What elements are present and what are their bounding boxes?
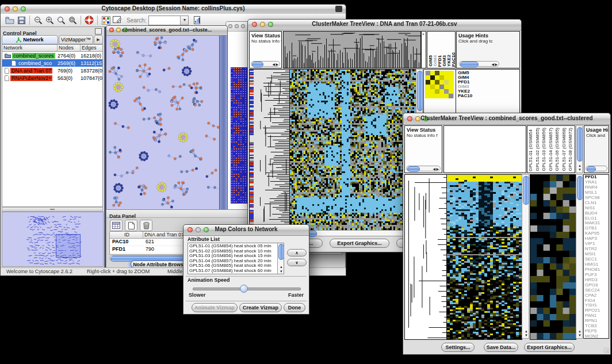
map-colors-title: Map Colors to Network <box>183 226 309 232</box>
network-name-cell: DNA and Tran 07 <box>2 68 58 74</box>
zoom-out-icon[interactable] <box>32 15 44 25</box>
network-tree-row[interactable]: combined_sco2569(6)13112(15) <box>2 59 102 67</box>
search-label: Search: <box>127 17 146 24</box>
panel-splitter[interactable] <box>2 207 103 212</box>
tab-overflow-button[interactable]: ▶ <box>94 35 103 44</box>
treeview-dna-titlebar[interactable]: ClusterMaker TreeView : DNA and Tran 07-… <box>248 20 521 30</box>
edges-cell: 107847(0) <box>81 75 102 81</box>
column-dendrogram[interactable] <box>283 31 421 68</box>
export-graphics-button[interactable]: Export Graphics... <box>330 239 389 248</box>
correlation-matrix-thumbnail <box>425 71 454 98</box>
zoom-fit-icon[interactable] <box>55 15 67 25</box>
column-label: GPL51-02 (GSM855) <box>536 128 540 171</box>
save-data-button[interactable]: Save Data... <box>484 343 518 352</box>
attribute-list-scrollbar[interactable]: ▲▼ <box>277 243 284 274</box>
move-up-button[interactable]: ∧ <box>287 249 307 256</box>
network-tree: Network Nodes Edges combined_scores2764(… <box>2 44 103 207</box>
network-view-titlebar[interactable]: combined_scores_good.txt--cluste... <box>106 26 227 36</box>
float-panel-icon[interactable] <box>95 28 102 35</box>
zoom-heatmap[interactable] <box>530 174 576 340</box>
zoom-in-icon[interactable] <box>44 15 55 25</box>
minimize-button[interactable] <box>235 24 239 28</box>
network-canvas[interactable] <box>106 36 219 211</box>
nodes-cell: 2764(0) <box>58 53 81 59</box>
close-button[interactable] <box>228 24 232 28</box>
save-session-icon[interactable] <box>16 15 27 25</box>
tab-vizmapper[interactable]: VizMapper™ <box>59 35 93 44</box>
column-label: GPL51-01 (GSM854 <box>529 129 533 171</box>
column-dendrogram-empty[interactable] <box>443 125 526 173</box>
animate-vizmap-button[interactable]: Animate Vizmap <box>192 303 238 312</box>
delete-attribute-trash-icon[interactable] <box>140 220 152 231</box>
expression-heatmap[interactable] <box>289 69 416 231</box>
export-graphics-button[interactable]: Export Graphics... <box>524 343 575 352</box>
nodes-cell: 563(0) <box>58 75 81 81</box>
heatmap-vertical-scrollbar[interactable]: ▲▼ <box>522 174 529 339</box>
dendrogram-spacer: ▸ <box>421 31 426 68</box>
usage-hints-scrollbar[interactable]: ◀▶ <box>459 61 499 67</box>
gene-labels-list: PFD1YRA1RNR4MSL1SPC98CLN1NIS1BUD4ELG1MAK… <box>583 174 609 339</box>
nodes-cell: 769(0) <box>58 68 81 74</box>
gene-list-scrollbar[interactable]: ▲▼ <box>576 174 583 339</box>
settings-button[interactable]: Settings... <box>441 343 475 352</box>
treeview-combined-title: ClusterMaker TreeView : combined_scores_… <box>403 115 610 121</box>
gene-label: MON2 <box>585 334 609 339</box>
tab-network[interactable]: Network <box>2 35 58 44</box>
status-hint-zoom: Right-click + drag to ZOOM <box>87 269 150 274</box>
resize-grip[interactable] <box>603 347 609 353</box>
network-file-icon <box>12 60 16 66</box>
map-colors-titlebar[interactable]: Map Colors to Network <box>183 225 309 236</box>
help-lifesaver-icon[interactable] <box>83 15 95 25</box>
view-status-panel: View Status No status info f ◀▶ <box>404 125 442 173</box>
matrix-row-labels: GIM5GIM4PFD1GIM3YKE2PAC10 <box>458 71 472 98</box>
network-view-window: combined_scores_good.txt--cluste... <box>106 25 228 212</box>
usage-hints-panel: Usage Hints Click and drag tc ◀▶ <box>456 31 520 68</box>
search-dropdown-arrow-icon[interactable]: ▼ <box>180 16 188 25</box>
report-icon[interactable] <box>192 15 204 25</box>
column-labels-scrollbar[interactable]: ▲▼ <box>576 125 583 173</box>
view-status-scrollbar[interactable]: ◀▶ <box>251 61 280 67</box>
row-dendrogram[interactable] <box>404 174 447 340</box>
new-attribute-icon[interactable] <box>125 220 137 231</box>
usage-hints-scrollbar[interactable] <box>586 166 607 171</box>
vizmapper-nodes-icon[interactable] <box>100 15 112 25</box>
network-tree-row[interactable]: RNAPuberNov2+563(0)107847(0) <box>2 74 102 82</box>
window-menu-icon[interactable] <box>335 6 342 12</box>
annotation-icon[interactable] <box>112 15 123 25</box>
row-dendrogram[interactable] <box>249 69 290 231</box>
zoom-button[interactable] <box>241 24 245 28</box>
treeview-dna-title: ClusterMaker TreeView : DNA and Tran 07-… <box>248 21 521 27</box>
search-combobox[interactable]: ▼ <box>148 16 189 25</box>
create-vizmap-button[interactable]: Create Vizmap <box>239 303 282 312</box>
treeview-combined-titlebar[interactable]: ClusterMaker TreeView : combined_scores_… <box>403 113 610 125</box>
column-label: GPL51-07 (GSM868) <box>562 128 567 171</box>
network-overview-navigator[interactable] <box>2 212 104 267</box>
zoom-selected-icon[interactable] <box>67 15 78 25</box>
network-file-icon <box>5 75 9 81</box>
attribute-list-item[interactable]: GPL51-07 (GSM868) heat shock 60 min <box>189 269 284 274</box>
network-name-cell: combined_sco <box>2 60 58 66</box>
network-tree-row[interactable]: combined_scores2764(0)16218(0) <box>2 52 102 59</box>
attribute-list[interactable]: GPL51-01 (GSM854) heat shock 05 minGPL51… <box>188 243 284 274</box>
faster-label: Faster <box>288 292 304 298</box>
column-label: GPL51-04 (GSM857) <box>549 128 553 171</box>
search-input[interactable] <box>149 16 180 25</box>
column-label: PAC10 <box>452 52 456 67</box>
network-tree-row[interactable]: DNA and Tran 07769(0)183728(0) <box>2 67 102 74</box>
view-status-scrollbar[interactable]: ◀▶ <box>406 166 441 171</box>
attribute-id-cell: PFD1 <box>110 246 146 253</box>
move-down-button[interactable]: ∨ <box>287 259 307 266</box>
control-panel-title: Control Panel <box>3 30 37 36</box>
dense-network-grid <box>231 67 249 204</box>
view-status-panel: View Status No status info f ◀▶ <box>249 31 282 68</box>
map-colors-dialog: Map Colors to Network Attribute List GPL… <box>183 224 309 315</box>
network-vertical-scrollbar[interactable] <box>219 36 227 211</box>
attribute-table-icon[interactable] <box>110 220 123 231</box>
open-session-icon[interactable] <box>4 15 16 25</box>
main-titlebar[interactable]: Cytoscape Desktop (Session Name: collins… <box>1 5 346 14</box>
matrix-row-label: PAC10 <box>458 94 472 98</box>
done-button[interactable]: Done <box>284 303 305 312</box>
expression-heatmap[interactable] <box>446 174 522 340</box>
slider-thumb[interactable] <box>240 285 248 293</box>
network-name-label: combined_scores <box>12 53 55 59</box>
